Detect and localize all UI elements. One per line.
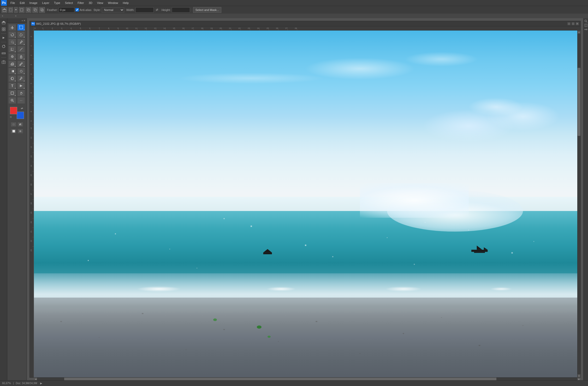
- tool-stamp[interactable]: [17, 53, 25, 60]
- menu-image[interactable]: Image: [27, 1, 40, 5]
- tool-move[interactable]: [8, 24, 16, 31]
- tool-ruler-icon[interactable]: [1, 50, 7, 56]
- tool-eyedropper[interactable]: [17, 39, 25, 45]
- tool-home[interactable]: [1, 19, 7, 26]
- menu-edit[interactable]: Edit: [18, 1, 27, 5]
- feather-input[interactable]: [59, 7, 74, 13]
- tool-hand[interactable]: [17, 90, 25, 96]
- anti-alias-label: Anti-alias: [75, 8, 91, 11]
- tool-polygonal-lasso[interactable]: [17, 31, 25, 38]
- tool-camera[interactable]: [1, 59, 7, 65]
- scroll-left-btn[interactable]: ◀: [34, 378, 37, 380]
- select-options-dropdown[interactable]: ▼: [14, 7, 18, 13]
- svg-text:6: 6: [30, 92, 32, 93]
- tool-measure[interactable]: [17, 46, 25, 53]
- svg-text:23: 23: [30, 249, 32, 251]
- subtract-selection-btn[interactable]: [32, 7, 38, 13]
- horizontal-scrollbar[interactable]: ◀ ▶: [34, 377, 580, 380]
- svg-marker-1: [3, 8, 6, 10]
- select-and-mask-btn[interactable]: Select and Mask...: [193, 7, 222, 13]
- tool-eraser[interactable]: [8, 61, 16, 67]
- tool-lasso[interactable]: [8, 31, 16, 38]
- tool-transform[interactable]: [1, 35, 7, 41]
- svg-text:2: 2: [52, 27, 53, 29]
- search-icon[interactable]: [584, 19, 588, 23]
- doc-minimize-btn[interactable]: ─: [567, 22, 571, 25]
- tool-quick-select[interactable]: [8, 39, 16, 45]
- panel-icon[interactable]: [584, 23, 588, 27]
- svg-text:20: 20: [30, 221, 32, 223]
- menu-layer[interactable]: Layer: [40, 1, 51, 5]
- svg-rect-7: [35, 9, 37, 11]
- menu-select[interactable]: Select: [63, 1, 75, 5]
- height-input[interactable]: [172, 7, 190, 13]
- svg-rect-49: [11, 92, 14, 94]
- vertical-scrollbar[interactable]: ▲ ▼: [577, 31, 580, 377]
- menu-file[interactable]: File: [8, 1, 17, 5]
- image-canvas[interactable]: [34, 31, 577, 377]
- tool-blur[interactable]: [17, 68, 25, 75]
- new-selection-btn[interactable]: [19, 7, 25, 13]
- tool-rotate[interactable]: [1, 43, 7, 50]
- menu-view[interactable]: View: [95, 1, 105, 5]
- intersect-selection-btn[interactable]: [39, 7, 45, 13]
- rect-marquee-small-btn[interactable]: [8, 7, 13, 13]
- reset-colors-btn[interactable]: ⊡: [10, 116, 13, 119]
- tool-extra[interactable]: ···: [17, 97, 25, 104]
- svg-text:10: 10: [126, 27, 128, 29]
- svg-text:21: 21: [30, 231, 32, 233]
- tools-collapse-arrow[interactable]: «: [14, 15, 17, 17]
- tool-text[interactable]: T: [8, 82, 16, 89]
- panel-close-btn[interactable]: ✕: [23, 19, 26, 22]
- menu-help[interactable]: Help: [121, 1, 131, 5]
- tool-gradient[interactable]: [8, 68, 16, 75]
- svg-text:17: 17: [192, 27, 194, 29]
- width-input[interactable]: [135, 7, 154, 13]
- svg-text:9: 9: [30, 120, 32, 122]
- panels-header: « ✕: [7, 18, 27, 23]
- screen-mode-full-btn[interactable]: ⊞: [17, 129, 23, 134]
- tool-preset-btn[interactable]: [2, 7, 7, 13]
- h-scroll-thumb[interactable]: [64, 378, 496, 380]
- tool-heal[interactable]: [8, 53, 16, 60]
- doc-close-btn[interactable]: ✕: [576, 22, 579, 25]
- h-scroll-track[interactable]: [37, 378, 577, 380]
- tool-marquee-rect[interactable]: [17, 24, 25, 31]
- share-icon[interactable]: [584, 28, 588, 31]
- swap-dimensions-btn[interactable]: ⇄: [155, 8, 159, 12]
- panel-collapse-btn[interactable]: «: [22, 19, 23, 22]
- svg-rect-3: [20, 9, 23, 11]
- menu-3d[interactable]: 3D: [87, 1, 94, 5]
- tool-zoom[interactable]: [8, 97, 16, 104]
- tool-brush[interactable]: [17, 61, 25, 67]
- scroll-thumb[interactable]: [578, 68, 580, 136]
- standard-mode-btn[interactable]: □: [11, 122, 16, 127]
- style-select[interactable]: Normal Fixed Ratio Fixed Size: [102, 7, 124, 13]
- scroll-right-btn[interactable]: ▶: [577, 378, 580, 380]
- svg-text:8: 8: [108, 27, 109, 29]
- swap-colors-btn[interactable]: ⇄: [21, 107, 24, 110]
- tool-pen[interactable]: [17, 75, 25, 82]
- tool-crop[interactable]: [8, 46, 16, 53]
- tool-path-select[interactable]: [17, 82, 25, 89]
- tool-dodge[interactable]: [8, 75, 16, 82]
- svg-marker-10: [2, 21, 6, 22]
- svg-text:22: 22: [238, 27, 241, 29]
- background-color-swatch[interactable]: [17, 112, 24, 119]
- doc-maximize-btn[interactable]: □: [572, 22, 575, 25]
- menu-filter[interactable]: Filter: [75, 1, 86, 5]
- screen-mode-btn[interactable]: ⬜: [11, 129, 16, 134]
- panels-collapse-arrow[interactable]: «: [1, 15, 4, 17]
- svg-text:6: 6: [89, 27, 91, 29]
- quick-mask-btn[interactable]: ◩: [17, 122, 23, 127]
- scroll-down-btn[interactable]: ▼: [578, 374, 580, 377]
- add-selection-btn[interactable]: [26, 7, 31, 13]
- menu-type[interactable]: Type: [52, 1, 62, 5]
- scroll-up-btn[interactable]: ▲: [578, 31, 580, 34]
- foreground-color-swatch[interactable]: [10, 107, 17, 114]
- scroll-track[interactable]: [578, 34, 580, 374]
- menu-window[interactable]: Window: [106, 1, 120, 5]
- tool-shape[interactable]: [8, 90, 16, 96]
- tool-artboard[interactable]: [1, 26, 7, 32]
- anti-alias-checkbox[interactable]: [75, 8, 79, 11]
